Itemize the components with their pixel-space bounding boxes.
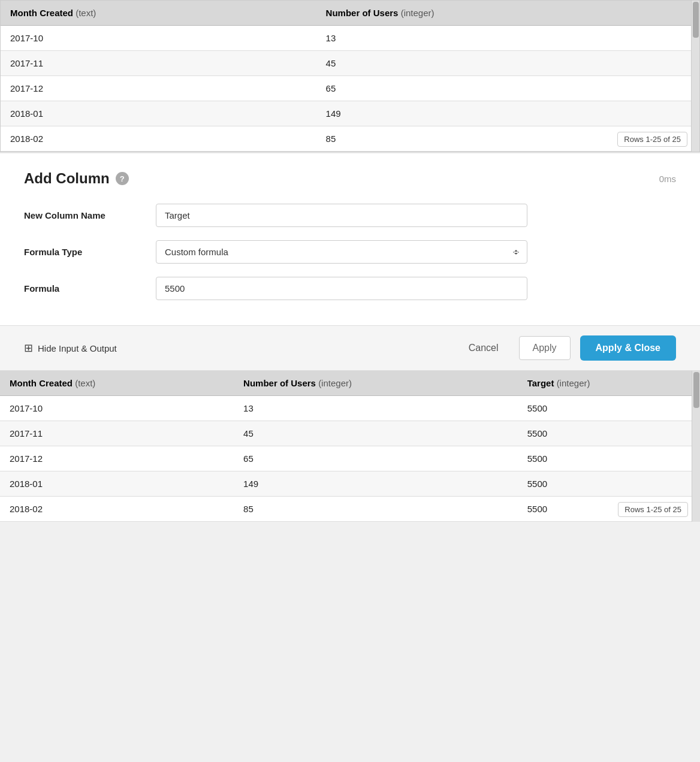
cell-users: 13 <box>234 396 518 421</box>
cell-target: 5500 <box>518 421 700 446</box>
cell-target: 5500 <box>518 471 700 497</box>
top-col-month: Month Created (text) <box>1 1 316 26</box>
top-table-container: Month Created (text) Number of Users (in… <box>0 0 700 152</box>
top-table: Month Created (text) Number of Users (in… <box>1 1 699 152</box>
top-table-wrapper: Month Created (text) Number of Users (in… <box>1 1 699 152</box>
formula-label: Formula <box>24 283 156 294</box>
apply-close-button[interactable]: Apply & Close <box>580 335 676 361</box>
bottom-col-month: Month Created (text) <box>0 371 234 396</box>
cell-month: 2017-10 <box>0 396 234 421</box>
cell-month: 2018-01 <box>0 471 234 497</box>
cell-users: 45 <box>316 51 699 76</box>
top-scrollbar-thumb[interactable] <box>693 2 699 38</box>
cell-month: 2018-01 <box>1 101 316 126</box>
table-row: 2017-10135500 <box>0 396 700 421</box>
cell-users: 45 <box>234 421 518 446</box>
timing-label: 0ms <box>659 174 676 184</box>
add-column-header: Add Column ? 0ms <box>24 170 676 187</box>
cancel-button[interactable]: Cancel <box>458 337 509 359</box>
top-scrollbar[interactable] <box>691 1 699 152</box>
table-grid-icon: ⊞ <box>24 341 33 355</box>
cell-month: 2017-11 <box>0 421 234 446</box>
cell-month: 2018-02 <box>0 497 234 522</box>
footer-bar: ⊞ Hide Input & Output Cancel Apply Apply… <box>0 325 700 371</box>
bottom-rows-badge: Rows 1-25 of 25 <box>618 502 688 517</box>
bottom-col-users: Number of Users (integer) <box>234 371 518 396</box>
cell-users: 149 <box>316 101 699 126</box>
cell-target: 5500 <box>518 446 700 471</box>
add-column-section: Add Column ? 0ms New Column Name Formula… <box>0 152 700 325</box>
add-column-heading: Add Column <box>24 170 110 187</box>
bottom-scrollbar[interactable] <box>692 371 700 522</box>
table-row: 2017-1265 <box>1 76 699 101</box>
table-row: 2018-011495500 <box>0 471 700 497</box>
hide-io-button[interactable]: ⊞ Hide Input & Output <box>24 341 117 355</box>
cell-users: 85 <box>234 497 518 522</box>
cell-users: 65 <box>316 76 699 101</box>
bottom-table-wrapper: Month Created (text) Number of Users (in… <box>0 371 700 522</box>
bottom-col-target: Target (integer) <box>518 371 700 396</box>
new-column-name-row: New Column Name <box>24 204 676 227</box>
table-row: 2017-1013 <box>1 26 699 51</box>
table-row: 2018-01149 <box>1 101 699 126</box>
hide-io-label: Hide Input & Output <box>38 343 117 353</box>
formula-type-label: Formula Type <box>24 247 156 257</box>
top-rows-badge: Rows 1-25 of 25 <box>617 132 687 147</box>
bottom-table: Month Created (text) Number of Users (in… <box>0 371 700 522</box>
formula-input[interactable] <box>156 277 527 300</box>
table-row: 2018-0285 <box>1 126 699 152</box>
new-column-name-label: New Column Name <box>24 210 156 220</box>
bottom-table-body: 2017-101355002017-114555002017-126555002… <box>0 396 700 522</box>
cell-month: 2017-12 <box>0 446 234 471</box>
bottom-table-container: Month Created (text) Number of Users (in… <box>0 371 700 522</box>
cell-target: 5500 <box>518 396 700 421</box>
help-icon[interactable]: ? <box>116 172 129 185</box>
cell-users: 65 <box>234 446 518 471</box>
add-column-title: Add Column ? <box>24 170 129 187</box>
cell-month: 2018-02 <box>1 126 316 152</box>
cell-month: 2017-12 <box>1 76 316 101</box>
new-column-name-input[interactable] <box>156 204 527 227</box>
bottom-scrollbar-thumb[interactable] <box>693 372 699 408</box>
table-row: 2017-12655500 <box>0 446 700 471</box>
top-col-users: Number of Users (integer) <box>316 1 699 26</box>
cell-month: 2017-11 <box>1 51 316 76</box>
table-row: 2017-1145 <box>1 51 699 76</box>
table-row: 2018-02855500 <box>0 497 700 522</box>
cell-month: 2017-10 <box>1 26 316 51</box>
formula-type-row: Formula Type Custom formula Fixed value … <box>24 240 676 264</box>
formula-type-select[interactable]: Custom formula Fixed value Arithmetic Co… <box>156 240 527 264</box>
table-row: 2017-11455500 <box>0 421 700 446</box>
formula-row: Formula <box>24 277 676 300</box>
top-table-body: 2017-10132017-11452017-12652018-01149201… <box>1 26 699 152</box>
apply-button[interactable]: Apply <box>519 336 571 360</box>
cell-users: 149 <box>234 471 518 497</box>
cell-users: 13 <box>316 26 699 51</box>
